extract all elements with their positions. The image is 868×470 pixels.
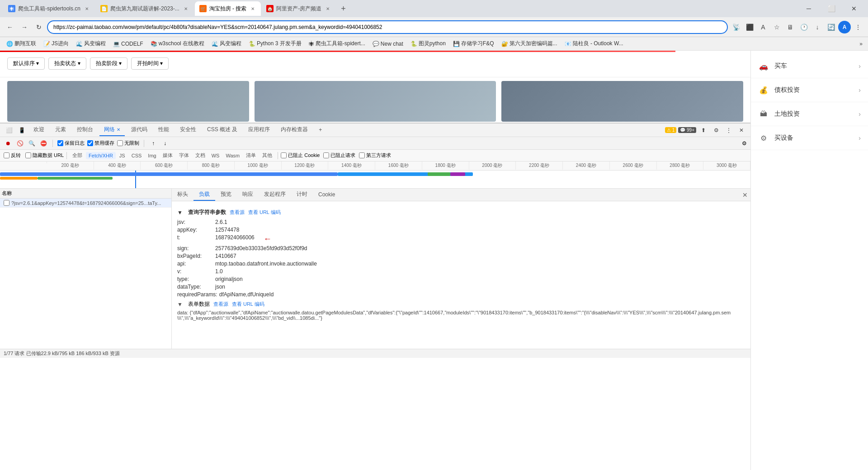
back-button[interactable]: ←	[4, 21, 16, 33]
blocked-cookie-checkbox[interactable]	[281, 152, 287, 158]
devtools-inspect-icon[interactable]: ⬜	[4, 125, 14, 136]
sidebar-item-debt[interactable]: 💰 债权投资 ›	[751, 78, 868, 102]
filter-manifest[interactable]: 清单	[243, 151, 259, 160]
blocked-request-checkbox[interactable]	[323, 152, 329, 158]
query-view-source-link[interactable]: 查看源	[230, 209, 245, 216]
sidebar-item-equipment[interactable]: ⚙ 买设备 ›	[751, 126, 868, 150]
record-button[interactable]: ⏺	[4, 139, 13, 148]
preserve-log-label[interactable]: 保留日志	[57, 140, 85, 147]
detail-tab-preview[interactable]: 预览	[215, 189, 237, 201]
filter-doc[interactable]: 文档	[193, 151, 208, 160]
filter-img[interactable]: Img	[145, 152, 159, 159]
import-button[interactable]: ↑	[149, 139, 158, 148]
bookmark-icon[interactable]: ☆	[770, 21, 783, 33]
filter-font[interactable]: 字体	[176, 151, 192, 160]
history-icon[interactable]: 🕐	[797, 21, 810, 33]
font-icon[interactable]: A	[757, 21, 769, 33]
sidebar-item-car[interactable]: 🚗 买车 ›	[751, 54, 868, 78]
bookmark-fengbian2[interactable]: 🌊 风变编程	[209, 39, 244, 48]
request-checkbox[interactable]	[4, 200, 9, 206]
filter-fetch-xhr[interactable]: Fetch/XHR	[86, 152, 116, 159]
bookmark-encrypt[interactable]: 🔐 第六天加密编码篇...	[499, 39, 560, 48]
cast-icon[interactable]: 📡	[730, 21, 742, 33]
detail-tab-payload[interactable]: 负载	[193, 189, 215, 201]
invert-checkbox-label[interactable]: 反转	[4, 152, 21, 159]
form-view-url-link[interactable]: 查看 URL 编码	[232, 301, 264, 308]
bookmark-tuling-python[interactable]: 🐍 图灵python	[408, 39, 448, 48]
disable-cache-checkbox[interactable]	[87, 140, 93, 146]
detail-panel-close[interactable]: ✕	[740, 190, 750, 200]
restore-button[interactable]: ⬜	[821, 1, 842, 16]
hide-data-url-label[interactable]: 隐藏数据 URL	[25, 152, 64, 159]
filter-other[interactable]: 其他	[259, 151, 275, 160]
form-view-source-link[interactable]: 查看源	[213, 301, 228, 308]
bookmark-w3school[interactable]: 📚 w3school 在线教程	[148, 39, 207, 48]
tab-ali[interactable]: 🏠 阿里资产-房产频道 ✕	[262, 1, 336, 16]
filter-all[interactable]: 全部	[70, 151, 85, 160]
throttle-label[interactable]: 无限制	[117, 140, 139, 147]
request-row-selected[interactable]: ?jsv=2.6.1&appKey=12574478&t=16879240660…	[0, 199, 171, 208]
disable-cache-label[interactable]: 禁用缓存	[87, 140, 114, 147]
devtools-tab-network[interactable]: 网络 ✕	[99, 124, 125, 136]
export-button[interactable]: ↓	[160, 139, 170, 148]
detail-tab-cookie[interactable]: Cookie	[313, 190, 340, 200]
devtools-settings-icon[interactable]: ⚙	[711, 125, 722, 136]
blocked-request-label[interactable]: 已阻止请求	[323, 152, 355, 159]
minimize-button[interactable]: ─	[798, 1, 819, 16]
blocked-cookie-label[interactable]: 已阻止 Cookie	[281, 152, 320, 159]
query-view-url-link[interactable]: 查看 URL 编码	[248, 209, 281, 216]
filter-ws[interactable]: WS	[209, 152, 222, 159]
detail-tab-timing[interactable]: 计时	[291, 189, 313, 201]
sort-filter-button[interactable]: 默认排序 ▾	[7, 57, 45, 70]
third-party-label[interactable]: 第三方请求	[359, 152, 391, 159]
close-button[interactable]: ✕	[844, 1, 864, 16]
bookmark-spidertoolbox[interactable]: 🕷 爬虫工具箱-spidert...	[306, 39, 368, 48]
sidebar-item-land[interactable]: 🏔 土地投资 ›	[751, 102, 868, 126]
devtools-tab-css[interactable]: CSS 概述 及	[203, 124, 242, 136]
refresh-button[interactable]: ↻	[33, 21, 45, 33]
devtools-device-icon[interactable]: 📱	[16, 125, 27, 136]
download-icon[interactable]: ↓	[811, 21, 824, 33]
filter-css[interactable]: CSS	[129, 152, 145, 159]
form-expand-icon[interactable]: ▼	[177, 301, 183, 308]
devtools-close-icon[interactable]: ✕	[736, 125, 747, 136]
throttle-checkbox[interactable]	[117, 140, 123, 146]
bookmark-fengbian1[interactable]: 🌊 风变编程	[73, 39, 108, 48]
devtools-tab-welcome[interactable]: 欢迎	[29, 124, 49, 136]
profile-icon[interactable]: A	[838, 21, 851, 33]
start-time-filter-button[interactable]: 开拍时间 ▾	[131, 57, 169, 70]
bookmark-codelf[interactable]: 💻 CODELF	[110, 40, 146, 48]
preserve-log-checkbox[interactable]	[57, 140, 63, 146]
filter-button[interactable]: ⛔	[39, 139, 48, 148]
tab-close-4[interactable]: ✕	[324, 5, 331, 12]
bookmark-jstoward[interactable]: 📝 JS进向	[41, 39, 71, 48]
devtools-tab-network-close[interactable]: ✕	[117, 127, 120, 132]
filter-js[interactable]: JS	[117, 152, 128, 159]
clear-button[interactable]: 🚫	[15, 139, 24, 148]
detail-tab-initiator[interactable]: 发起程序	[259, 189, 291, 201]
tab-close-3[interactable]: ✕	[249, 5, 256, 12]
address-input[interactable]	[47, 20, 728, 34]
tab-spidertools[interactable]: 🕷 爬虫工具箱-spidertools.cn ✕	[4, 1, 95, 16]
invert-checkbox[interactable]	[4, 152, 9, 158]
auction-stage-filter-button[interactable]: 拍卖阶段 ▾	[90, 57, 127, 70]
new-tab-button[interactable]: +	[337, 2, 349, 15]
devtools-tab-elements[interactable]: 元素	[51, 124, 71, 136]
listing-card-3[interactable]	[501, 81, 743, 122]
tab-taobao[interactable]: 🛒 淘宝拍房 - 搜索 ✕	[195, 1, 261, 16]
auction-status-filter-button[interactable]: 拍卖状态 ▾	[48, 57, 86, 70]
filter-wasm[interactable]: Wasm	[223, 152, 242, 159]
devtools-tab-performance[interactable]: 性能	[154, 124, 174, 136]
devtools-tab-security[interactable]: 安全性	[175, 124, 201, 136]
tab-close-1[interactable]: ✕	[83, 5, 90, 12]
bookmark-storage-faq[interactable]: 💾 存储学习F&Q	[450, 39, 497, 48]
detail-tab-response[interactable]: 响应	[237, 189, 259, 201]
filter-media[interactable]: 媒体	[160, 151, 175, 160]
network-settings-icon[interactable]: ⚙	[742, 140, 747, 147]
listing-card-1[interactable]	[7, 81, 249, 122]
detail-tab-header[interactable]: 标头	[172, 189, 193, 201]
devtools-tab-add[interactable]: +	[314, 125, 326, 136]
screen-icon[interactable]: 🖥	[784, 21, 797, 33]
tab-close-2[interactable]: ✕	[182, 5, 189, 12]
bookmark-outlook[interactable]: 📧 陆柱良 - Outlook W...	[562, 39, 626, 48]
